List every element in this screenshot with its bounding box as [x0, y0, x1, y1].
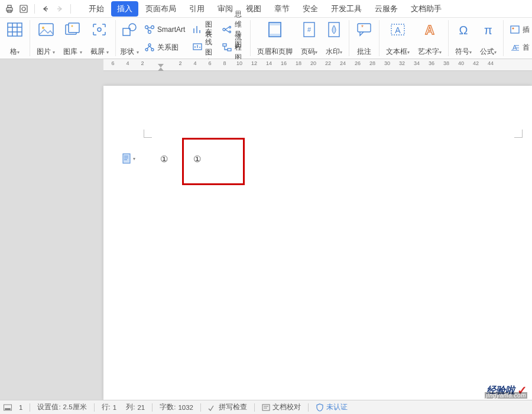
- preview-icon[interactable]: [18, 3, 30, 15]
- svg-rect-10: [39, 24, 53, 35]
- headerfooter-icon: [267, 21, 283, 38]
- status-proof[interactable]: 文档校对: [259, 403, 303, 412]
- flowchart-button[interactable]: 流程图: [219, 39, 246, 56]
- screenshot-button[interactable]: 截屏 ▾: [87, 20, 112, 57]
- svg-rect-49: [358, 24, 371, 32]
- table-button[interactable]: 格▾: [4, 20, 26, 57]
- pagenum-button[interactable]: # 页码▾: [298, 20, 320, 57]
- ruler-tick: 18: [295, 60, 302, 66]
- ruler-tick: 36: [428, 60, 435, 66]
- chevron-down-icon: ▾: [469, 50, 472, 55]
- ruler-tick: 10: [236, 60, 243, 66]
- pagenum-label: 页码: [301, 47, 315, 56]
- svg-rect-40: [223, 44, 226, 46]
- ruler-tick: 16: [280, 60, 287, 66]
- horizontal-ruler[interactable]: 6422468101214161820222426283032343638404…: [103, 59, 532, 71]
- separator: [94, 403, 95, 412]
- textbox-button[interactable]: A 文本框▾: [383, 20, 413, 57]
- svg-point-35: [223, 28, 225, 31]
- undo-icon[interactable]: [40, 3, 51, 15]
- more-insert-button[interactable]: 插: [507, 21, 532, 38]
- screenshot-icon: [91, 21, 108, 38]
- svg-point-4: [22, 7, 25, 11]
- symbol-label: 符号: [455, 47, 469, 56]
- indent-marker[interactable]: [158, 64, 163, 69]
- status-auth[interactable]: 未认证: [313, 403, 350, 412]
- svg-point-19: [151, 26, 154, 29]
- symbol-icon: Ω: [455, 21, 472, 38]
- picture-button[interactable]: 图片 ▾: [34, 20, 58, 57]
- screenshot-label: 截屏: [90, 47, 105, 56]
- ruler-tick: 40: [458, 60, 465, 66]
- symbol-button[interactable]: Ω 符号▾: [452, 20, 475, 57]
- ruler-tick: 14: [265, 60, 273, 66]
- svg-rect-1: [8, 5, 11, 8]
- status-wordcount[interactable]: 字数: 1032: [157, 403, 196, 412]
- table-icon: [7, 21, 23, 38]
- tab-developer[interactable]: 开发工具: [325, 1, 368, 17]
- separator: [200, 403, 201, 412]
- tab-cloud[interactable]: 云服务: [369, 1, 404, 17]
- gallery-label: 图库: [63, 47, 77, 56]
- svg-text:Ω: Ω: [459, 24, 468, 37]
- chevron-down-icon: ▾: [315, 50, 317, 55]
- proof-icon: [262, 403, 270, 412]
- chevron-down-icon: ▾: [133, 156, 135, 161]
- paste-options-button[interactable]: ▾: [122, 153, 135, 164]
- svg-text:π: π: [484, 24, 492, 37]
- headerfooter-button[interactable]: 页眉和页脚: [254, 20, 296, 57]
- smartart-button[interactable]: SmartArt: [142, 21, 187, 38]
- svg-point-20: [148, 31, 151, 34]
- svg-point-18: [145, 26, 148, 29]
- shapes-button[interactable]: 形状 ▾: [119, 20, 140, 57]
- tab-security[interactable]: 安全: [297, 1, 324, 17]
- status-col[interactable]: 列: 21: [124, 403, 147, 412]
- status-indent[interactable]: 设置值: 2.5厘米: [35, 403, 89, 412]
- ruler-tick: 2: [139, 60, 146, 66]
- watermark-button[interactable]: 水印▾: [323, 20, 345, 57]
- title-bar: 开始 插入 页面布局 引用 审阅 视图 章节 安全 开发工具 云服务 文档助手: [0, 0, 532, 18]
- shapes-label: 形状: [120, 47, 134, 56]
- svg-point-17: [129, 24, 136, 31]
- svg-rect-56: [511, 26, 519, 33]
- tab-view[interactable]: 视图: [240, 1, 267, 17]
- tab-helper[interactable]: 文档助手: [405, 1, 447, 17]
- keyboard-icon[interactable]: [4, 403, 12, 412]
- menu-tabs: 开始 插入 页面布局 引用 审阅 视图 章节 安全 开发工具 云服务 文档助手: [83, 1, 447, 17]
- status-spellcheck[interactable]: 拼写检查: [206, 403, 249, 412]
- ruler-tick: 4: [124, 60, 131, 66]
- svg-rect-5: [8, 23, 22, 36]
- headerfooter-label: 页眉和页脚: [257, 48, 293, 56]
- wordart-button[interactable]: A 艺术字▾: [415, 20, 445, 57]
- relation-button[interactable]: 关系图: [142, 39, 187, 56]
- svg-point-36: [229, 27, 231, 28]
- ruler-tick: 32: [398, 60, 406, 66]
- document-page[interactable]: ▾ ① ①: [103, 86, 532, 400]
- watermark-icon: [326, 21, 342, 38]
- ruler-tick: 22: [325, 60, 332, 66]
- equation-button[interactable]: π 公式▾: [477, 20, 499, 57]
- tab-home[interactable]: 开始: [83, 1, 110, 17]
- comment-button[interactable]: * 批注: [353, 20, 375, 57]
- ruler-tick: 30: [384, 60, 391, 66]
- tab-chapter[interactable]: 章节: [268, 1, 296, 17]
- chevron-down-icon: ▾: [106, 50, 109, 55]
- svg-line-26: [147, 46, 150, 48]
- redo-icon[interactable]: [54, 3, 66, 15]
- svg-rect-3: [20, 5, 27, 12]
- tab-insert[interactable]: 插入: [111, 1, 138, 17]
- dropcap-button[interactable]: A 首: [507, 39, 532, 56]
- gallery-button[interactable]: 图库 ▾: [60, 20, 85, 57]
- wordart-icon: A: [421, 21, 438, 38]
- comment-label: 批注: [357, 48, 371, 56]
- tab-reference[interactable]: 引用: [183, 1, 210, 17]
- picture-icon: [38, 21, 54, 38]
- print-icon[interactable]: [4, 3, 15, 15]
- tab-layout[interactable]: 页面布局: [140, 1, 182, 17]
- shapes-icon: [121, 21, 138, 38]
- onlinechart-button[interactable]: 在线图表: [190, 39, 217, 56]
- status-line[interactable]: 行: 1: [99, 403, 119, 412]
- svg-rect-62: [123, 154, 130, 163]
- svg-rect-16: [123, 28, 130, 35]
- svg-rect-41: [228, 48, 231, 51]
